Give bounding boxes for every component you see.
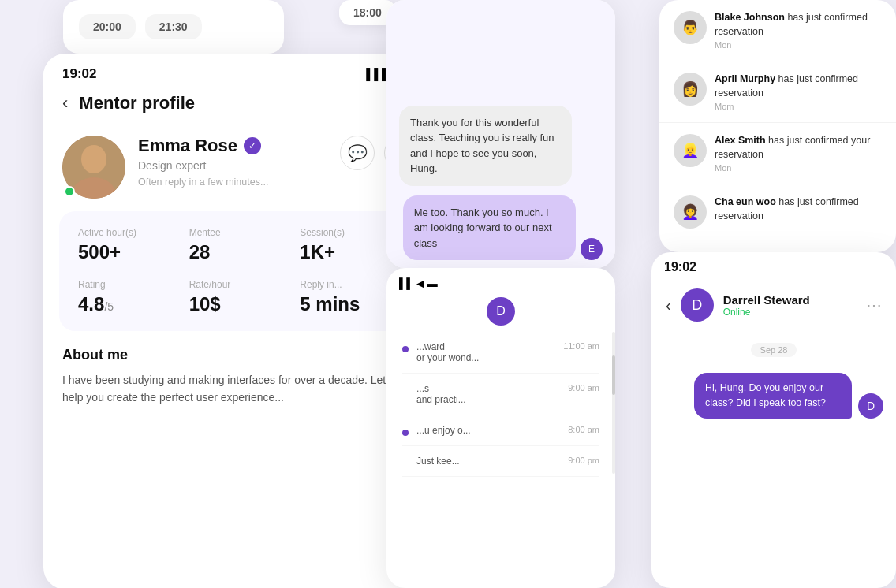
stat-value-3: 4.8/5 bbox=[78, 293, 181, 315]
stat-mentee: Mentee 28 bbox=[189, 227, 293, 263]
stat-value-1: 28 bbox=[189, 241, 293, 263]
notif-item-2[interactable]: 👱‍♀️ Alex Smith has just confirmed your … bbox=[659, 123, 896, 184]
darrell-info: Darrell Steward Online bbox=[723, 293, 810, 318]
mentor-reply-time: Often reply in a few minutes... bbox=[138, 177, 419, 188]
stats-grid: Active hour(s) 500+ Mentee 28 Session(s)… bbox=[59, 211, 422, 331]
timeline-time-1: 9:00 am bbox=[568, 383, 599, 393]
scrollbar-track bbox=[612, 332, 615, 474]
more-options-button[interactable]: ⋯ bbox=[866, 296, 882, 314]
status-bar: 19:02 ▌▌▌ ◀ ▬ bbox=[62, 66, 419, 82]
checkmark-icon: ✓ bbox=[248, 140, 256, 151]
notif-avatar-1: 👩 bbox=[674, 73, 707, 106]
timeslot-card: 20:00 21:30 bbox=[63, 0, 284, 54]
timeline-entry-1: ...sand practi... 9:00 am bbox=[402, 374, 599, 415]
stat-active-hours: Active hour(s) 500+ bbox=[78, 227, 181, 263]
timeline-entry-3: Just kee... 9:00 pm bbox=[402, 446, 599, 477]
darrell-chat-card: 19:02 ‹ D Darrell Steward Online ⋯ Sep 2… bbox=[651, 252, 896, 588]
timeline-text-1: ...sand practi... bbox=[416, 383, 560, 405]
chat-card: Thank you for this wonderful class. Teac… bbox=[386, 0, 615, 268]
mentor-avatar-wrap bbox=[62, 136, 125, 199]
about-title: About me bbox=[62, 347, 419, 363]
date-badge: Sep 28 bbox=[664, 343, 883, 357]
nav-row: ‹ Mentor profile bbox=[62, 93, 419, 114]
mentor-name: Emma Rose bbox=[138, 136, 237, 156]
profile-row: Emma Rose ✓ Design expert Often reply in… bbox=[43, 136, 438, 211]
about-text: I have been studying and making interfac… bbox=[62, 371, 419, 407]
timeline-signal: ▌▌ ◀ ▬ bbox=[399, 277, 438, 289]
sender-avatar-small: E bbox=[581, 238, 603, 260]
timeline-entries: ...wardor your wond... 11:00 am ...sand … bbox=[386, 332, 615, 477]
stat-label-0: Active hour(s) bbox=[78, 227, 181, 238]
timeline-dot-0 bbox=[402, 346, 409, 352]
timeline-time-0: 11:00 am bbox=[563, 341, 599, 351]
timeline-entry-2: ...u enjoy o... 8:00 am bbox=[402, 415, 599, 446]
stat-rating: Rating 4.8/5 bbox=[78, 279, 181, 315]
stat-label-1: Mentee bbox=[189, 227, 293, 238]
chat-messages: Thank you for this wonderful class. Teac… bbox=[386, 0, 615, 268]
chat-bubble-received: Thank you for this wonderful class. Teac… bbox=[399, 106, 572, 186]
timeline-text-3: Just kee... bbox=[416, 456, 560, 467]
chat-icon: 💬 bbox=[348, 143, 368, 162]
chat-bubble-sent: Me too. Thank you so much. I am looking … bbox=[403, 195, 576, 261]
about-section: About me I have been studying and making… bbox=[43, 347, 438, 407]
svg-point-1 bbox=[81, 145, 106, 173]
stat-rate: Rate/hour 10$ bbox=[189, 279, 293, 315]
timeline-spacer-1 bbox=[402, 388, 409, 394]
notif-avatar-2: 👱‍♀️ bbox=[674, 134, 707, 167]
notif-name-3: Cha eun woo bbox=[715, 196, 776, 207]
notif-time-1: Mom bbox=[715, 102, 882, 111]
notif-item-3[interactable]: 👩‍🦱 Cha eun woo has just confirmed reser… bbox=[659, 184, 896, 240]
notif-name-1: April Murphy bbox=[715, 73, 775, 84]
notification-card: 👨 Blake Johnson has just confirmed reser… bbox=[659, 0, 896, 252]
stat-value-4: 10$ bbox=[189, 293, 293, 315]
timeline-text-0: ...wardor your wond... bbox=[416, 341, 555, 363]
darrell-back-button[interactable]: ‹ bbox=[666, 296, 671, 314]
timeline-time-2: 8:00 am bbox=[568, 425, 599, 434]
timeline-time-3: 9:00 pm bbox=[568, 456, 599, 465]
timeline-text-2: ...u enjoy o... bbox=[416, 425, 560, 436]
timeline-entry-0: ...wardor your wond... 11:00 am bbox=[402, 332, 599, 374]
timeline-avatar: D bbox=[487, 297, 515, 326]
timeline-spacer-3 bbox=[402, 460, 409, 467]
notif-time-2: Mon bbox=[715, 163, 882, 173]
timeline-card: ▌▌ ◀ ▬ D ...wardor your wond... 11:00 am… bbox=[386, 268, 615, 588]
notif-name-2: Alex Smith bbox=[715, 135, 766, 146]
darrell-status: Online bbox=[723, 307, 810, 318]
notif-time-0: Mon bbox=[715, 40, 882, 50]
stat-value-0: 500+ bbox=[78, 241, 181, 263]
stat-label-3: Rating bbox=[78, 279, 181, 290]
darrell-bubble: Hi, Hung. Do you enjoy our class? Did I … bbox=[694, 373, 852, 419]
darrell-avatar: D bbox=[681, 288, 714, 322]
darrell-messages: Sep 28 Hi, Hung. Do you enjoy our class?… bbox=[651, 333, 896, 419]
verified-badge: ✓ bbox=[244, 137, 261, 154]
timeslot-1[interactable]: 20:00 bbox=[79, 14, 136, 39]
page-title: Mentor profile bbox=[79, 93, 195, 114]
darrell-status-time: 19:02 bbox=[651, 252, 896, 277]
darrell-header: ‹ D Darrell Steward Online ⋯ bbox=[651, 277, 896, 333]
notif-name-0: Blake Johnson bbox=[715, 12, 785, 23]
darrell-sender-avatar: D bbox=[858, 393, 883, 419]
online-indicator bbox=[64, 186, 75, 197]
darrell-bubble-wrap: Hi, Hung. Do you enjoy our class? Did I … bbox=[664, 365, 883, 419]
mentor-profile-card: 19:02 ▌▌▌ ◀ ▬ ‹ Mentor profile bbox=[43, 54, 438, 588]
darrell-name: Darrell Steward bbox=[723, 293, 810, 307]
notif-item-0[interactable]: 👨 Blake Johnson has just confirmed reser… bbox=[659, 0, 896, 61]
timeslot-2[interactable]: 21:30 bbox=[145, 14, 202, 39]
back-button[interactable]: ‹ bbox=[62, 93, 68, 114]
scrollbar-thumb bbox=[612, 355, 615, 395]
status-time: 19:02 bbox=[62, 66, 96, 82]
timeline-dot-2 bbox=[402, 430, 409, 436]
message-button[interactable]: 💬 bbox=[340, 136, 375, 170]
notif-avatar-3: 👩‍🦱 bbox=[674, 195, 707, 229]
notif-avatar-0: 👨 bbox=[674, 11, 707, 44]
notif-item-1[interactable]: 👩 April Murphy has just confirmed reserv… bbox=[659, 61, 896, 123]
stat-label-4: Rate/hour bbox=[189, 279, 293, 290]
